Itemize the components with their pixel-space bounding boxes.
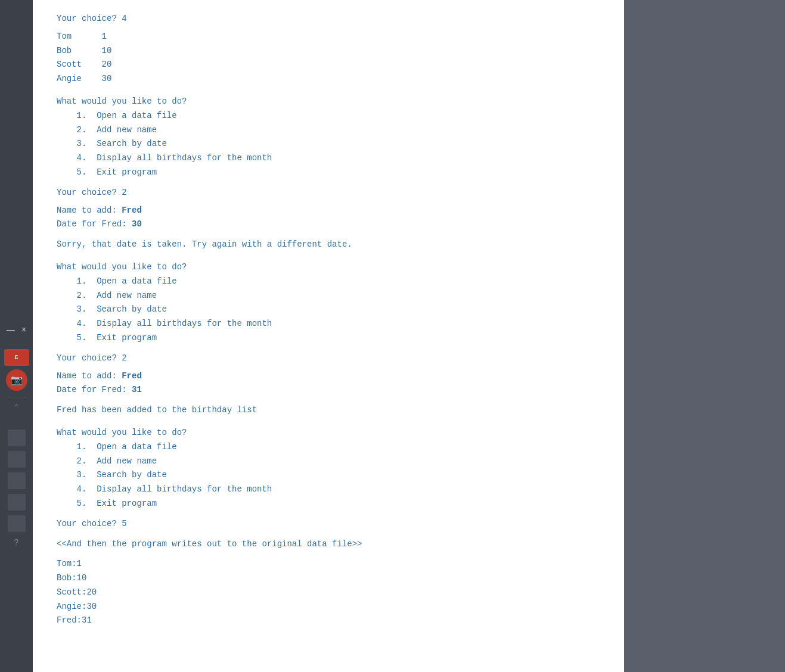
choice-2-prompt-2: Your choice? 2 <box>57 353 127 363</box>
help-icon[interactable]: ? <box>14 538 18 547</box>
add-fred-1: Name to add: Fred Date for Fred: 30 <box>57 204 600 232</box>
success-message: Fred has been added to the birthday list <box>57 403 600 418</box>
file-line-angie: Angie:30 <box>57 600 600 614</box>
red-app-icon[interactable]: C <box>4 349 29 366</box>
window-controls: — × <box>0 318 33 341</box>
date-prompt-2: Date for Fred: 31 <box>57 385 142 394</box>
menu-item-2-4: 4. Display all birthdays for the month <box>57 319 272 328</box>
menu-item-3-2: 2. Add new name <box>57 456 157 466</box>
menu-section-3: What would you like to do? 1. Open a dat… <box>57 426 600 511</box>
menu-item-1-5: 5. Exit program <box>57 167 157 177</box>
choice-2-section-1: Your choice? 2 <box>57 186 600 200</box>
fred-added-success: Fred has been added to the birthday list <box>57 405 257 415</box>
file-write-message: <<And then the program writes out to the… <box>57 539 362 549</box>
choice-5-prompt: Your choice? 5 <box>57 519 127 528</box>
file-line-tom: Tom:1 <box>57 557 600 571</box>
file-line-fred: Fred:31 <box>57 614 600 628</box>
menu-item-2-1: 1. Open a data file <box>57 276 177 286</box>
sidebar-item-1 <box>8 430 26 446</box>
chevron-up-icon[interactable]: ⌃ <box>14 403 18 412</box>
menu-item-3-3: 3. Search by date <box>57 470 167 480</box>
name-prompt-1: Name to add: Fred <box>57 206 142 215</box>
file-write-section: <<And then the program writes out to the… <box>57 537 600 552</box>
choice-5-section: Your choice? 5 <box>57 517 600 531</box>
file-contents: Tom:1 Bob:10 Scott:20 Angie:30 Fred:31 <box>57 557 600 628</box>
menu-item-1-2: 2. Add new name <box>57 125 157 135</box>
error-message: Sorry, that date is taken. Try again wit… <box>57 238 600 252</box>
choice-4-prompt: Your choice? 4 <box>57 14 127 23</box>
menu-header-2: What would you like to do? <box>57 262 187 272</box>
file-line-bob: Bob:10 <box>57 571 600 586</box>
table-row: Angie 30 <box>57 72 600 86</box>
close-button[interactable]: × <box>19 323 29 335</box>
divider-1 <box>8 344 26 344</box>
sidebar-item-2 <box>8 451 26 468</box>
choice-4-section: Your choice? 4 <box>57 12 600 26</box>
left-taskbar: — × C 📷 ⌃ ? <box>0 0 33 672</box>
menu-item-2-3: 3. Search by date <box>57 304 167 314</box>
menu-item-1-1: 1. Open a data file <box>57 111 177 120</box>
table-row: Bob 10 <box>57 44 600 58</box>
table-row: Scott 20 <box>57 58 600 72</box>
choice-2-prompt-1: Your choice? 2 <box>57 188 127 197</box>
menu-section-2: What would you like to do? 1. Open a dat… <box>57 260 600 346</box>
menu-item-1-4: 4. Display all birthdays for the month <box>57 153 272 163</box>
sidebar-item-4 <box>8 494 26 511</box>
menu-item-2-2: 2. Add new name <box>57 291 157 300</box>
right-panel <box>624 0 785 672</box>
menu-item-2-5: 5. Exit program <box>57 333 157 343</box>
file-line-scott: Scott:20 <box>57 586 600 600</box>
name-prompt-2: Name to add: Fred <box>57 371 142 381</box>
date-prompt-1: Date for Fred: 30 <box>57 219 142 229</box>
table-row: Tom 1 <box>57 30 600 44</box>
menu-header-3: What would you like to do? <box>57 428 187 437</box>
choice-2-section-2: Your choice? 2 <box>57 351 600 366</box>
minimize-button[interactable]: — <box>4 323 17 335</box>
sidebar-item-5 <box>8 515 26 532</box>
menu-header-1: What would you like to do? <box>57 97 187 106</box>
birthday-table: Tom 1 Bob 10 Scott 20 Angie 30 <box>57 30 600 86</box>
menu-item-3-5: 5. Exit program <box>57 499 157 508</box>
date-taken-error: Sorry, that date is taken. Try again wit… <box>57 239 352 249</box>
terminal-output: Your choice? 4 Tom 1 Bob 10 Scott 20 Ang… <box>33 0 624 672</box>
menu-section-1: What would you like to do? 1. Open a dat… <box>57 95 600 180</box>
camera-button[interactable]: 📷 <box>6 369 27 391</box>
add-fred-2: Name to add: Fred Date for Fred: 31 <box>57 369 600 398</box>
menu-item-1-3: 3. Search by date <box>57 139 167 148</box>
sidebar-items <box>8 430 26 532</box>
divider-2 <box>8 397 26 397</box>
sidebar-item-3 <box>8 472 26 489</box>
menu-item-3-1: 1. Open a data file <box>57 442 177 452</box>
menu-item-3-4: 4. Display all birthdays for the month <box>57 484 272 494</box>
